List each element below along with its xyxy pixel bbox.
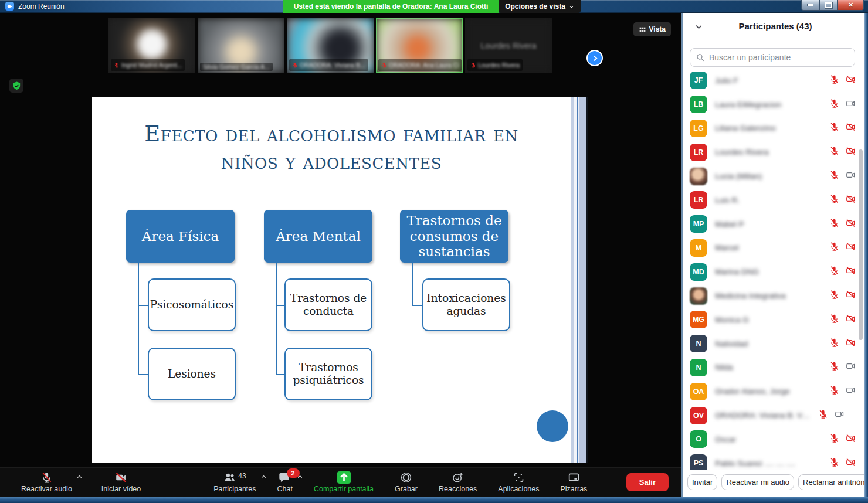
participant-row[interactable]: LBLaura EiMegracion [683,93,863,117]
tile-name-label: Lourdes Rivera [467,59,523,71]
minimize-button[interactable] [801,0,819,11]
mic-muted-icon [829,122,839,134]
avatar-initials: LB [694,100,704,108]
video-tile[interactable]: Lourdes RiveraLourdes Rivera [465,18,552,73]
participant-row[interactable]: OAOrador Alanos, Jorge [683,379,863,403]
participants-panel: Participantes (43) JFJulio FLBLaura EiMe… [681,13,868,497]
participant-count: 43 [238,472,246,480]
close-button[interactable]: ✕ [838,0,864,11]
search-icon [696,53,705,62]
next-videos-button[interactable] [586,50,603,66]
toolbar-participants-button[interactable]: 43Participantes [208,470,262,495]
participant-row[interactable]: MMarcel [683,236,863,260]
avatar-initials: N [696,339,701,348]
participant-row[interactable]: Medicina Integrativa [683,284,863,308]
video-tile[interactable]: Silvia Gomez Garcia A... [198,18,284,73]
view-options-label: Opciones de vista [505,2,565,11]
participant-avatar: LR [690,144,707,161]
video-tile[interactable]: ORADORA: Ana Laura Ciott [376,18,463,73]
toolbar-whiteboard-button[interactable]: Pizarras [555,470,594,495]
chevron-up-icon[interactable] [260,474,267,480]
avatar-initials: MD [693,268,704,276]
participant-avatar: M [690,239,707,257]
camera-on-icon [846,98,856,111]
video-tile[interactable]: ORADORA: Viviana B... [287,18,374,73]
participant-name: Natividad [715,339,825,348]
view-options-button[interactable]: Opciones de vista [499,0,581,13]
participant-row[interactable]: OVORADORA: Viviana B. VARGAS G... [683,403,863,427]
avatar-initials: MP [693,220,704,228]
participant-row[interactable]: OOscar [683,427,863,451]
participants-scrollbar[interactable] [859,149,863,340]
participant-status-icons [829,146,856,158]
camera-off-icon [846,338,856,350]
share-screen-icon [337,471,351,484]
toolbar-label: Chat [277,485,293,493]
toolbar-record-button[interactable]: Grabar [389,470,423,495]
window-frame-right [864,13,868,497]
participant-row[interactable]: NNatividad [683,332,863,356]
unmute-myself-button[interactable]: Reactivar mi audio [721,474,794,490]
toolbar-label: Grabar [395,485,418,493]
participant-avatar: LR [690,191,707,209]
vista-button[interactable]: Vista [633,22,671,36]
maximize-button[interactable] [819,0,838,11]
camera-on-icon [846,361,856,373]
participant-row[interactable]: MGMonica G [683,308,863,332]
toolbar-video-button[interactable]: Iniciar vídeo [96,470,147,495]
connector-horizontal [276,374,284,375]
toolbar-chat-button[interactable]: 2Chat [272,470,299,495]
participant-row[interactable]: LGLiliana Galenzino [683,117,863,141]
participant-name: Oscar [715,435,825,444]
connector-horizontal [276,305,284,306]
participant-name: Mabel P [715,220,825,229]
participant-status-icons [829,457,856,470]
tile-name-text: Silvia Gomez Garcia A... [203,63,270,70]
meeting-toolbar: Reactivar audioIniciar vídeo 43Participa… [0,467,681,497]
toolbar-label: Reactivar audio [21,485,72,493]
diagram-header-label: Área Mental [276,229,361,244]
record-icon [400,471,412,484]
participant-row[interactable]: LRLourdes Rivera [683,140,863,164]
toolbar-reactions-button[interactable]: Reacciones [433,470,483,495]
mic-muted-icon [829,218,839,230]
participant-avatar: O [690,430,707,448]
participant-row[interactable]: Lucia (Millan) [683,164,863,188]
mic-muted-icon [829,361,839,373]
tile-name-label: Ingrid Madrid Argent... [111,59,185,71]
mic-muted-icon [818,409,828,422]
participant-avatar: N [690,359,707,376]
avatar-initials: LR [694,196,704,204]
search-input[interactable] [690,48,855,67]
slide-scroll-edge[interactable] [571,97,588,463]
diagram-child-label: Lesiones [168,368,216,380]
claim-host-button[interactable]: Reclamar anfitrión [798,474,868,490]
toolbar-label: Aplicaciones [498,485,539,493]
invite-button[interactable]: Invitar [687,474,717,490]
participant-row[interactable]: PSPablo Suarez .... .... .... [683,451,863,470]
connector-horizontal [138,374,148,375]
mic-muted-icon [829,194,839,206]
participant-status-icons [829,218,856,230]
video-tile[interactable]: Ingrid Madrid Argent... [108,18,195,73]
participant-row[interactable]: NNilda [683,356,863,380]
participant-photo-avatar [690,287,707,305]
leave-button[interactable]: Salir [626,473,669,491]
participant-row[interactable]: LRLuis R. [683,188,863,212]
participant-name: Laura EiMegracion [715,100,825,109]
participant-name: Julio F [715,76,825,85]
maximize-icon [825,2,832,8]
participant-row[interactable]: MPMabel P [683,212,863,236]
security-shield-badge[interactable] [9,79,23,93]
participant-row[interactable]: MDMarina DNG [683,260,863,284]
people-icon: 43 [223,471,246,484]
diagram-header-box: Trastornos de consumos de sustancias [400,210,508,263]
chevron-up-icon[interactable] [76,474,83,480]
participant-avatar: LB [690,96,707,113]
diagram-child-label: Trastornos de conducta [288,292,369,318]
participant-row[interactable]: JFJulio F [683,69,863,93]
chevron-up-icon[interactable] [297,474,303,480]
toolbar-share-button[interactable]: Compartir pantalla [308,470,379,495]
toolbar-apps-button[interactable]: Aplicaciones [492,470,545,495]
toolbar-unmute-button[interactable]: Reactivar audio [15,470,78,495]
